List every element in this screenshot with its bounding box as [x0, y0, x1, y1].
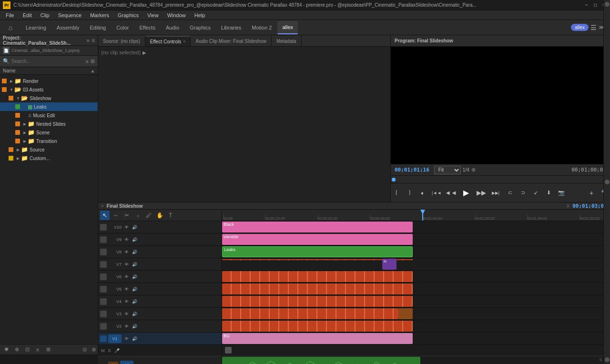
- tree-item-leaks[interactable]: ▦ Leaks: [0, 102, 98, 111]
- project-panel-menu[interactable]: ≡: [92, 37, 95, 44]
- tab-audio-clip-mixer[interactable]: Audio Clip Mixer: Final Slideshow: [191, 36, 271, 46]
- audio-track-solo[interactable]: S: [108, 348, 111, 353]
- tree-item-scene[interactable]: ▶ 📁 Scene: [0, 128, 98, 137]
- fit-select[interactable]: Fit 25% 50% 75% 100%: [434, 166, 461, 174]
- track-eye-v8[interactable]: 👁: [123, 249, 130, 255]
- workspace-tab-libraries[interactable]: Libraries: [216, 21, 246, 34]
- list-view-icon[interactable]: ≡: [86, 59, 89, 64]
- track-eye-v3[interactable]: 👁: [123, 311, 130, 317]
- track-eye-v10[interactable]: 👁: [123, 224, 130, 231]
- menu-item-view[interactable]: View: [143, 10, 163, 20]
- expand-source[interactable]: ▶: [15, 148, 21, 152]
- track-eye-v1[interactable]: 👁: [123, 335, 130, 342]
- icon-view-toolbar[interactable]: ⊞: [44, 345, 52, 354]
- workspace-tab-audio[interactable]: Audio: [161, 21, 184, 34]
- add-marker-button[interactable]: ♦: [417, 187, 428, 199]
- workspace-tab-effects[interactable]: Effects: [134, 21, 160, 34]
- clip-black-v10[interactable]: Black: [222, 222, 413, 233]
- freeform-button[interactable]: ◎: [81, 345, 89, 354]
- menu-item-window[interactable]: Window: [163, 10, 190, 20]
- expand-render[interactable]: ▶: [9, 79, 14, 83]
- timeline-ruler[interactable]: 00;00 00;00;16;00 00;00;32;00 00;00;48;0…: [222, 210, 610, 221]
- v5-small-clips[interactable]: [222, 283, 413, 294]
- rate-stretch-tool[interactable]: ⬦: [133, 211, 142, 220]
- add-button[interactable]: +: [586, 187, 597, 199]
- tree-item-render[interactable]: ▶ 📁 Render: [0, 77, 98, 85]
- expand-custom[interactable]: ▶: [15, 156, 21, 161]
- track-mute-v2[interactable]: 🔊: [131, 323, 138, 330]
- timeline-close-button[interactable]: ×: [101, 203, 104, 209]
- track-mute-v4[interactable]: 🔊: [131, 298, 138, 305]
- track-mute-v7[interactable]: 🔊: [131, 261, 138, 268]
- tree-item-musicedit[interactable]: ♫ Music Edit: [0, 111, 98, 120]
- track-lock-v1[interactable]: [100, 335, 107, 342]
- track-lock-v7[interactable]: [100, 261, 107, 268]
- play-button[interactable]: ▶: [459, 186, 473, 200]
- clip-leaks-v8[interactable]: Leaks: [222, 246, 413, 257]
- menu-item-graphics[interactable]: Graphics: [114, 10, 142, 20]
- track-mute-v9[interactable]: 🔊: [131, 236, 138, 243]
- go-to-out-button[interactable]: ▶▶|: [490, 187, 501, 199]
- insert-button[interactable]: ↙: [530, 187, 541, 199]
- search-input[interactable]: [11, 59, 84, 64]
- loop-in-button[interactable]: ⊂: [504, 187, 516, 199]
- track-lock-v4[interactable]: [100, 298, 107, 305]
- track-eye-v5[interactable]: 👁: [123, 286, 130, 293]
- tree-item-slideshow[interactable]: ▼ 📂 Slideshow: [0, 94, 98, 102]
- tab-metadata[interactable]: Metadata: [272, 36, 302, 46]
- expand-nestedslides[interactable]: ▶: [22, 122, 28, 126]
- track-eye-v9[interactable]: 👁: [123, 236, 130, 243]
- sort-asc-icon[interactable]: ▲: [91, 69, 95, 73]
- v6-small-clips[interactable]: [222, 271, 413, 282]
- track-mute-v10[interactable]: 🔊: [131, 224, 138, 231]
- expand-assets[interactable]: ▼: [9, 88, 14, 92]
- home-button[interactable]: ⌂: [4, 21, 17, 34]
- list-view-toolbar[interactable]: ≡: [33, 345, 42, 354]
- audio-track-mic[interactable]: 🎤: [114, 348, 120, 353]
- v2-small-clips[interactable]: [222, 321, 413, 332]
- expand-slideshow[interactable]: ▼: [15, 96, 21, 101]
- track-lock-v6[interactable]: [100, 273, 107, 280]
- track-lock-v3[interactable]: [100, 311, 107, 317]
- step-back-button[interactable]: ◄◄: [445, 187, 457, 199]
- type-tool[interactable]: T: [166, 211, 175, 220]
- grid-view-icon[interactable]: ⊞: [91, 58, 95, 64]
- track-mute-v8[interactable]: 🔊: [131, 249, 138, 255]
- menu-item-edit[interactable]: Edit: [19, 10, 36, 20]
- audio-row-lock[interactable]: [225, 347, 232, 354]
- expand-transition[interactable]: ▶: [22, 139, 28, 143]
- timeline-menu-icon[interactable]: ≡: [566, 202, 569, 209]
- mark-out-button[interactable]: ⌉: [404, 187, 415, 199]
- expand-scene[interactable]: ▶: [22, 131, 28, 135]
- step-forward-button[interactable]: ▶▶: [476, 187, 487, 199]
- effect-controls-menu[interactable]: ≡: [183, 39, 185, 44]
- go-to-in-button[interactable]: |◄◄: [431, 187, 442, 199]
- v3-end-clip[interactable]: [398, 308, 413, 319]
- tree-item-nestedslides[interactable]: ▶ 📁 Nested Slides: [0, 120, 98, 128]
- user-badge[interactable]: allex: [571, 24, 589, 31]
- new-item-button[interactable]: ✱: [2, 345, 10, 354]
- new-folder-button[interactable]: ⊕: [12, 345, 21, 354]
- loop-out-button[interactable]: ⊃: [517, 187, 529, 199]
- workspace-tab-graphics[interactable]: Graphics: [185, 21, 215, 34]
- track-lock-v10[interactable]: [100, 224, 107, 231]
- workspace-tab-color[interactable]: Color: [112, 21, 133, 34]
- overlay-button[interactable]: ⬇: [543, 187, 554, 199]
- workspace-tab-allex[interactable]: allex: [277, 21, 298, 34]
- menu-item-file[interactable]: File: [2, 10, 18, 20]
- zoom-icon[interactable]: ⊕: [471, 167, 476, 173]
- workspace-tab-assembly[interactable]: Assembly: [52, 21, 84, 34]
- find-button[interactable]: ⊡: [23, 345, 31, 354]
- workspace-tab-motion2[interactable]: Motion 2: [247, 21, 276, 34]
- menu-item-markers[interactable]: Markers: [86, 10, 113, 20]
- menu-item-sequence[interactable]: Sequence: [54, 10, 86, 20]
- selection-tool[interactable]: ↖: [100, 211, 110, 220]
- track-select-tool[interactable]: ↔: [111, 211, 121, 220]
- tab-source[interactable]: Source: (no clips): [98, 36, 145, 46]
- menu-item-clip[interactable]: Clip: [37, 10, 53, 20]
- tree-item-transition[interactable]: ▶ 📁 Transition: [0, 137, 98, 145]
- workspace-tab-editing[interactable]: Editing: [85, 21, 111, 34]
- clip-bg-v1[interactable]: BG: [222, 333, 413, 344]
- tree-item-assets[interactable]: ▼ 📂 03 Assets: [0, 85, 98, 94]
- track-lock-v9[interactable]: [100, 236, 107, 243]
